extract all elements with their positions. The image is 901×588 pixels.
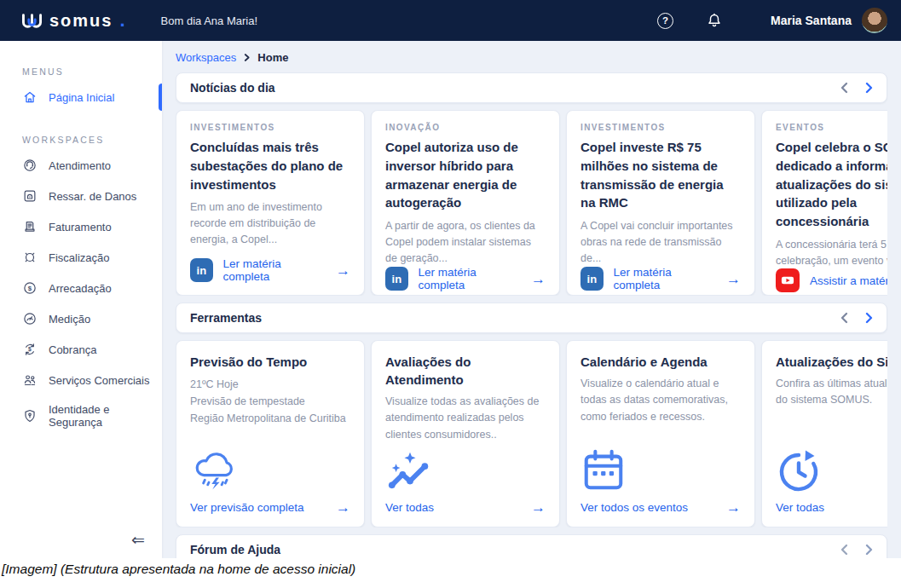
tool-title: Atualizações do Sistema — [776, 353, 887, 371]
linkedin-icon[interactable]: in — [385, 267, 408, 291]
sidebar-item-fiscalizacao[interactable]: Fiscalização — [0, 242, 162, 273]
arrow-right-icon[interactable] — [726, 272, 741, 286]
user-name[interactable]: Maria Santana — [771, 14, 852, 27]
home-icon — [22, 89, 38, 105]
breadcrumb: Workspaces Home — [176, 51, 887, 64]
target-icon — [22, 250, 38, 265]
news-cards-row: INVESTIMENTOS Concluídas mais três subes… — [176, 110, 887, 296]
tool-title: Calendário e Agenda — [580, 353, 741, 371]
help-circle-icon[interactable] — [656, 12, 674, 30]
sidebar-item-atendimento[interactable]: Atendimento — [0, 150, 162, 181]
sidebar-item-servicos-comerciais[interactable]: Serviços Comerciais — [0, 365, 162, 395]
sidebar-item-faturamento[interactable]: Faturamento — [0, 211, 162, 242]
invoice-icon — [22, 219, 38, 234]
youtube-icon[interactable] — [776, 268, 800, 292]
news-title: Copel investe R$ 75 milhões no sistema d… — [580, 138, 741, 212]
arrow-right-icon[interactable] — [336, 500, 350, 515]
svg-text:$: $ — [28, 285, 32, 292]
active-indicator — [159, 84, 162, 111]
tool-card-atualizacoes: Atualizações do Sistema Confira as últim… — [761, 340, 887, 527]
linkedin-icon[interactable]: in — [190, 258, 213, 282]
watch-video-link[interactable]: Assistir a matéria — [810, 274, 887, 287]
ratings-link[interactable]: Ver todas — [385, 501, 434, 514]
collapse-sidebar-icon[interactable] — [131, 532, 145, 548]
sidebar-item-cobranca[interactable]: $ Cobrança — [0, 334, 162, 365]
tool-card-calendario: Calendário e Agenda Visualize o calendár… — [566, 340, 755, 527]
header-actions: Maria Santana — [656, 8, 887, 33]
tools-prev-button[interactable] — [840, 312, 848, 324]
tool-description: Visualize o calendário atual e todas as … — [580, 376, 741, 425]
news-section-header: Notícias do dia — [176, 72, 887, 103]
arrow-right-icon[interactable] — [336, 263, 350, 278]
tool-description: Visualize todas as avaliações de atendim… — [385, 394, 546, 443]
linkedin-icon[interactable]: in — [580, 267, 604, 291]
damage-house-icon — [22, 188, 38, 204]
calendar-icon — [580, 447, 741, 493]
svg-text:$: $ — [28, 346, 32, 353]
bell-icon[interactable] — [705, 12, 723, 30]
sidebar-item-ressar-de-danos[interactable]: Ressar. de Danos — [0, 181, 162, 211]
sidebar-section-workspaces: WORKSPACES — [22, 135, 162, 145]
forum-prev-button[interactable] — [840, 544, 848, 556]
sidebar-item-label: Página Inicial — [49, 91, 114, 104]
events-link[interactable]: Ver todos os eventos — [580, 501, 688, 514]
breadcrumb-current: Home — [257, 51, 288, 64]
sidebar-item-label: Ressar. de Danos — [49, 190, 136, 203]
sidebar-item-arrecadacao[interactable]: $ Arrecadação — [0, 273, 162, 303]
sidebar-item-label: Fiscalização — [49, 251, 110, 264]
news-excerpt: Em um ano de investimento recorde em dis… — [190, 199, 350, 247]
news-next-button[interactable] — [865, 82, 873, 94]
news-category: EVENTOS — [776, 123, 887, 132]
sidebar-item-label: Serviços Comerciais — [49, 374, 149, 387]
sidebar-item-label: Identidade e Segurança — [49, 403, 162, 429]
news-category: INOVAÇÃO — [385, 123, 546, 132]
weather-link[interactable]: Ver previsão completa — [190, 501, 304, 514]
sidebar-item-label: Arrecadação — [49, 282, 112, 295]
sidebar-item-medicao[interactable]: Medição — [0, 303, 162, 334]
weather-forecast: Previsão de tempestade — [190, 393, 350, 410]
arrow-right-icon[interactable] — [726, 500, 741, 515]
tool-cards-row: Previsão do Tempo 21ºC Hoje Previsão de … — [176, 340, 887, 527]
news-excerpt: A concessionária terá 5 dias de celebraç… — [776, 237, 887, 269]
news-excerpt: A partir de agora, os clientes da Copel … — [385, 218, 546, 266]
tools-section-header: Ferramentas — [176, 303, 887, 333]
tools-next-button[interactable] — [865, 312, 873, 324]
sidebar: MENUS Página Inicial WORKSPACES Atendime… — [0, 41, 162, 558]
trend-sparkle-icon — [385, 447, 546, 493]
dollar-circle-icon: $ — [22, 280, 38, 296]
section-title: Notícias do dia — [190, 81, 275, 95]
greeting-text: Bom dia Ana Maria! — [161, 14, 257, 27]
history-clock-icon — [776, 447, 887, 493]
avatar[interactable] — [862, 8, 887, 33]
arrow-right-icon[interactable] — [531, 272, 546, 286]
breadcrumb-workspaces-link[interactable]: Workspaces — [176, 51, 236, 64]
chevron-right-icon — [244, 53, 250, 62]
sidebar-item-pagina-inicial[interactable]: Página Inicial — [0, 82, 162, 112]
tool-card-avaliacoes: Avaliações do Atendimento Visualize toda… — [371, 340, 560, 527]
image-caption-area: [Imagem] (Estrutura apresentada na home … — [0, 558, 901, 588]
news-category: INVESTIMENTOS — [580, 123, 741, 132]
sidebar-item-label: Cobrança — [49, 343, 96, 356]
read-article-link[interactable]: Ler matéria completa — [614, 266, 716, 291]
image-caption: [Imagem] (Estrutura apresentada na home … — [2, 562, 355, 576]
news-prev-button[interactable] — [840, 82, 848, 94]
forum-next-button[interactable] — [865, 544, 873, 556]
tool-description: Confira as últimas atualizações do siste… — [776, 376, 887, 409]
updates-link[interactable]: Ver todas — [776, 501, 824, 514]
tool-title: Previsão do Tempo — [190, 353, 350, 371]
somus-w-icon — [20, 13, 43, 29]
news-card: INOVAÇÃO Copel autoriza uso de inversor … — [371, 110, 560, 296]
support-agent-icon — [22, 158, 38, 173]
sidebar-item-label: Faturamento — [49, 221, 112, 233]
app-root: somus . Bom dia Ana Maria! Maria Santana… — [0, 0, 901, 588]
sidebar-item-identidade-e-seguranca[interactable]: Identidade e Segurança — [0, 395, 162, 436]
news-card: INVESTIMENTOS Concluídas mais três subes… — [176, 110, 365, 296]
weather-temp: 21ºC Hoje — [190, 376, 350, 393]
sidebar-item-label: Atendimento — [49, 159, 111, 172]
read-article-link[interactable]: Ler matéria completa — [223, 257, 326, 283]
read-article-link[interactable]: Ler matéria completa — [419, 266, 521, 291]
news-title: Copel autoriza uso de inversor híbrido p… — [385, 138, 546, 212]
news-excerpt: A Copel vai concluir importantes obras n… — [580, 218, 741, 266]
arrow-right-icon[interactable] — [531, 500, 546, 515]
app-body: MENUS Página Inicial WORKSPACES Atendime… — [0, 41, 901, 558]
